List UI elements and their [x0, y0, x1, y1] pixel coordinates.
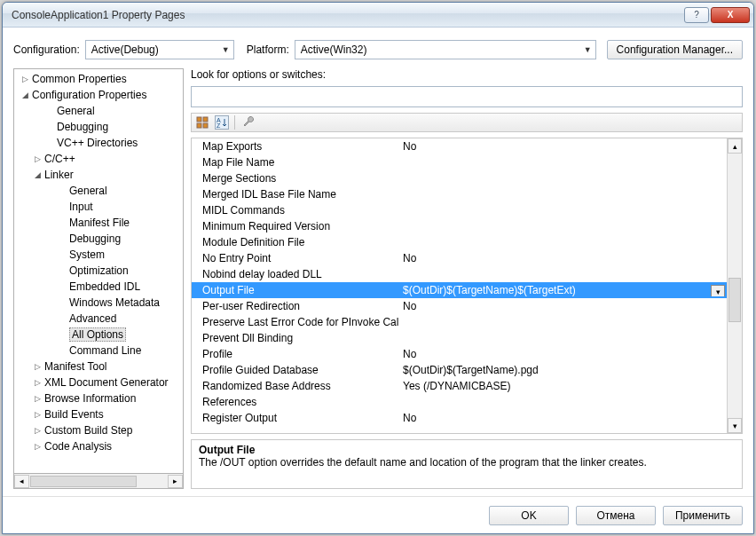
property-row[interactable]: Per-user RedirectionNo: [192, 298, 727, 314]
property-row[interactable]: MIDL Commands: [192, 202, 727, 218]
tree-item[interactable]: General: [14, 103, 183, 119]
property-row[interactable]: Prevent Dll Binding: [192, 330, 727, 346]
property-row[interactable]: Output File$(OutDir)$(TargetName)$(Targe…: [192, 282, 727, 298]
tree-item[interactable]: VC++ Directories: [14, 135, 183, 151]
dropdown-button[interactable]: ▾: [711, 285, 725, 296]
scroll-left-button[interactable]: ◂: [14, 475, 29, 488]
property-grid-scrollbar[interactable]: ▴ ▾: [727, 138, 742, 433]
help-button[interactable]: ?: [684, 7, 709, 23]
search-label: Look for options or switches:: [191, 68, 743, 81]
svg-rect-2: [197, 123, 201, 128]
property-name: No Entry Point: [192, 252, 399, 264]
expand-icon[interactable]: ▷: [32, 362, 43, 371]
property-value[interactable]: No: [399, 252, 727, 264]
property-row[interactable]: Register OutputNo: [192, 410, 727, 426]
scroll-right-button[interactable]: ▸: [168, 475, 183, 488]
tree-item[interactable]: Input: [14, 199, 183, 215]
property-name: Map File Name: [192, 156, 399, 169]
expand-icon[interactable]: ▷: [32, 442, 43, 451]
tree-item[interactable]: ▷Manifest Tool: [14, 359, 183, 374]
close-button[interactable]: X: [711, 7, 750, 23]
apply-button[interactable]: Применить: [663, 506, 743, 525]
alpha-sort-icon[interactable]: AZ: [215, 115, 229, 130]
tree-item[interactable]: All Options: [14, 327, 183, 343]
platform-combo[interactable]: Active(Win32) ▼: [295, 40, 596, 59]
svg-rect-1: [203, 117, 208, 122]
tree-item[interactable]: Debugging: [14, 231, 183, 247]
property-row[interactable]: Map ExportsNo: [192, 138, 727, 154]
tree-item[interactable]: ◢Configuration Properties: [14, 87, 183, 103]
expand-icon[interactable]: ▷: [32, 394, 43, 403]
property-name: Profile Guided Database: [192, 364, 399, 376]
tree-item-label: Manifest File: [69, 217, 130, 229]
property-row[interactable]: Module Definition File: [192, 234, 727, 250]
tree-item[interactable]: Windows Metadata: [14, 295, 183, 311]
property-value[interactable]: No: [399, 412, 727, 424]
expand-icon[interactable]: ▷: [32, 378, 43, 387]
main-panel: Look for options or switches: AZ Map Exp…: [191, 68, 743, 489]
property-row[interactable]: No Entry PointNo: [192, 250, 727, 266]
tree-item[interactable]: General: [14, 183, 183, 199]
property-row[interactable]: Profile Guided Database$(OutDir)$(Target…: [192, 362, 727, 378]
scroll-thumb[interactable]: [728, 278, 741, 322]
tree-item-label: Build Events: [44, 408, 104, 421]
tree-item[interactable]: Optimization: [14, 263, 183, 279]
tree-item[interactable]: ▷Browse Information: [14, 390, 183, 406]
property-name: Output File: [192, 284, 399, 296]
tree-item-label: Optimization: [69, 264, 129, 277]
tree-horizontal-scrollbar[interactable]: ◂ ▸: [13, 474, 184, 489]
expand-icon[interactable]: ◢: [20, 91, 30, 99]
property-row[interactable]: Map File Name: [192, 154, 727, 170]
tree-item[interactable]: ▷C/C++: [14, 151, 183, 167]
tree-item[interactable]: Embedded IDL: [14, 279, 183, 295]
titlebar[interactable]: ConsoleApplication1 Property Pages ? X: [3, 3, 753, 28]
tree-item[interactable]: ▷Code Analysis: [14, 438, 183, 454]
property-row[interactable]: Nobind delay loaded DLL: [192, 266, 727, 282]
property-row[interactable]: Merge Sections: [192, 170, 727, 186]
property-row[interactable]: Preserve Last Error Code for PInvoke Cal…: [192, 314, 727, 330]
tree-item[interactable]: ▷XML Document Generator: [14, 374, 183, 390]
expand-icon[interactable]: ▷: [20, 75, 30, 83]
tree-item[interactable]: ◢Linker: [14, 167, 183, 183]
expand-icon[interactable]: ▷: [32, 426, 43, 435]
window-title: ConsoleApplication1 Property Pages: [12, 9, 682, 21]
configuration-manager-button[interactable]: Configuration Manager...: [607, 40, 743, 59]
configuration-combo[interactable]: Active(Debug) ▼: [85, 40, 234, 59]
property-row[interactable]: ProfileNo: [192, 346, 727, 362]
property-value[interactable]: $(OutDir)$(TargetName)$(TargetExt)▾: [399, 284, 727, 296]
property-value[interactable]: No: [399, 348, 727, 360]
property-value[interactable]: No: [399, 300, 727, 312]
tree-item[interactable]: Advanced: [14, 311, 183, 327]
expand-icon[interactable]: ◢: [32, 170, 43, 179]
property-value[interactable]: Yes (/DYNAMICBASE): [399, 380, 727, 392]
tree-item-label: Embedded IDL: [69, 280, 140, 293]
tree-item[interactable]: ▷Build Events: [14, 406, 183, 422]
expand-icon[interactable]: ▷: [32, 410, 43, 419]
property-row[interactable]: References: [192, 394, 727, 410]
tree-item[interactable]: ▷Common Properties: [14, 71, 183, 87]
property-row[interactable]: Minimum Required Version: [192, 218, 727, 234]
tree-view[interactable]: ▷Common Properties◢Configuration Propert…: [13, 68, 184, 474]
tree-item[interactable]: Debugging: [14, 119, 183, 135]
scroll-up-button[interactable]: ▴: [728, 138, 742, 154]
categorized-icon[interactable]: [195, 115, 209, 130]
wrench-icon[interactable]: [240, 115, 255, 130]
cancel-button[interactable]: Отмена: [576, 506, 656, 525]
configuration-value: Active(Debug): [91, 43, 159, 56]
scroll-down-button[interactable]: ▾: [728, 418, 742, 433]
tree-item[interactable]: System: [14, 247, 183, 263]
property-row[interactable]: Merged IDL Base File Name: [192, 186, 727, 202]
tree-item[interactable]: Manifest File: [14, 215, 183, 231]
property-value[interactable]: $(OutDir)$(TargetName).pgd: [399, 364, 727, 376]
tree-item[interactable]: ▷Custom Build Step: [14, 422, 183, 438]
property-row[interactable]: Randomized Base AddressYes (/DYNAMICBASE…: [192, 378, 727, 394]
scroll-thumb[interactable]: [30, 476, 137, 487]
property-value[interactable]: No: [399, 140, 727, 153]
tree-item[interactable]: Command Line: [14, 343, 183, 359]
svg-text:Z: Z: [217, 122, 221, 129]
expand-icon[interactable]: ▷: [32, 154, 43, 163]
ok-button[interactable]: OK: [489, 506, 569, 525]
property-name: Register Output: [192, 412, 399, 424]
property-name: Nobind delay loaded DLL: [192, 268, 399, 280]
search-input[interactable]: [191, 86, 743, 107]
